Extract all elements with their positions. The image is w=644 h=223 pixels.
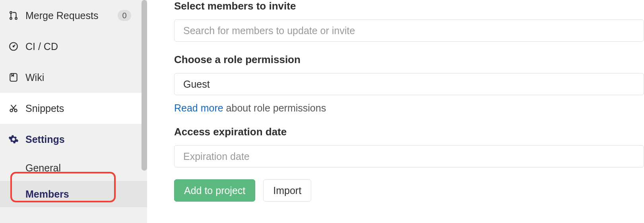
sidebar: Merge Requests 0 CI / CD Wiki (0, 0, 147, 223)
gauge-icon (8, 41, 19, 52)
sidebar-subitem-general[interactable]: General (0, 155, 147, 181)
role-permission-label: Choose a role permission (174, 54, 644, 66)
svg-point-4 (13, 46, 14, 47)
expiration-label: Access expiration date (174, 126, 644, 138)
sidebar-item-label: Settings (25, 134, 65, 145)
add-to-project-button[interactable]: Add to project (174, 179, 255, 202)
gear-icon (8, 134, 19, 145)
role-permission-select[interactable]: Guest (174, 73, 644, 95)
book-icon (8, 72, 19, 83)
svg-point-0 (10, 12, 12, 13)
import-button[interactable]: Import (263, 179, 311, 202)
main-content: Select members to invite Choose a role p… (147, 0, 644, 223)
sidebar-item-label: Snippets (25, 103, 64, 114)
search-members-input[interactable] (174, 19, 644, 42)
sidebar-item-settings[interactable]: Settings (0, 124, 147, 155)
sidebar-item-label: Merge Requests (25, 10, 98, 21)
svg-point-1 (10, 17, 12, 19)
sidebar-item-merge-requests[interactable]: Merge Requests 0 (0, 0, 147, 31)
sidebar-item-snippets[interactable]: Snippets (0, 93, 147, 124)
role-helper-text: Read more about role permissions (174, 102, 644, 114)
sidebar-subitem-label: Members (25, 188, 69, 200)
sidebar-scrollbar[interactable] (142, 0, 147, 171)
sidebar-item-wiki[interactable]: Wiki (0, 62, 147, 93)
sidebar-subitem-label: General (25, 162, 61, 174)
sidebar-item-label: CI / CD (25, 41, 58, 52)
select-members-label: Select members to invite (174, 0, 644, 12)
merge-requests-badge: 0 (118, 10, 131, 21)
svg-point-2 (15, 17, 17, 19)
role-helper-suffix: about role permissions (223, 102, 326, 113)
role-selected-value: Guest (183, 79, 210, 90)
sidebar-item-ci-cd[interactable]: CI / CD (0, 31, 147, 62)
read-more-link[interactable]: Read more (174, 102, 223, 113)
sidebar-item-label: Wiki (25, 72, 44, 83)
expiration-date-input[interactable] (174, 145, 644, 167)
merge-request-icon (8, 10, 19, 21)
sidebar-subitem-members[interactable]: Members (0, 181, 147, 207)
scissors-icon (8, 103, 19, 114)
